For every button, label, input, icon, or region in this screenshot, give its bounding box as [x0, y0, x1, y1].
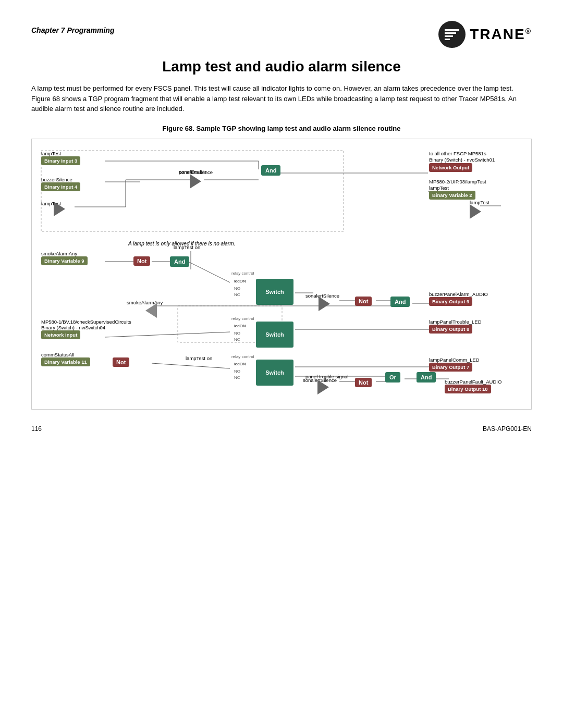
label-lamptest-top: lampTest [41, 151, 61, 156]
label-lampcomm: lampPanelComm_LED [429, 357, 480, 363]
label-smokealarmany2: smokeAlarmAny [127, 300, 163, 305]
page-header: Chapter 7 Programming TRANE® [31, 21, 532, 48]
triangle-lamptest-mid [54, 202, 65, 216]
svg-rect-0 [41, 151, 344, 231]
svg-line-15 [188, 262, 230, 282]
trane-logo-circle [438, 21, 466, 48]
triangle-panelenable [190, 174, 201, 189]
svg-line-21 [105, 332, 230, 337]
label-commstatusall: commStatusAll [41, 352, 74, 357]
label-no-3: NO [234, 369, 240, 374]
chapter-title: Chapter 7 Programming [31, 26, 114, 34]
trane-brand: TRANE® [470, 26, 532, 43]
doc-id: BAS-APG001-EN [483, 425, 532, 433]
label-smokealarmany: smokeAlarmAny [41, 251, 77, 256]
node-and2: And [170, 256, 189, 267]
node-not-sonalert: Not [355, 378, 372, 387]
node-binary-variable-9: Binary Variable 9 [41, 256, 88, 265]
node-and4: And [417, 372, 436, 382]
label-no-1: NO [234, 286, 240, 291]
label-mp580-check: MP580-1/BV.18/checkSupervisedCircuits [41, 319, 131, 325]
node-or1: Or [385, 372, 400, 382]
label-no-2: NO [234, 331, 240, 336]
node-binary-output-8: Binary Output 8 [429, 325, 472, 334]
body-text: A lamp test must be performed for every … [31, 83, 532, 114]
label-relay-control-3: relay control [231, 354, 254, 359]
label-panelenable: panelEnable [179, 169, 206, 175]
node-switch2: Switch [256, 322, 293, 348]
page-title: Lamp test and audio alarm silence [31, 58, 532, 75]
label-ledon-3: ledON [234, 362, 246, 366]
node-switch3: Switch [256, 360, 293, 386]
figure-caption: Figure 68. Sample TGP showing lamp test … [31, 125, 532, 132]
label-binary-switch04: Binary (Switch) - nviSwitch04 [41, 325, 105, 330]
triangle-sonalertsilence-bot [317, 380, 329, 394]
node-and1: And [261, 165, 280, 176]
node-binary-output-10: Binary Output 10 [445, 385, 491, 393]
label-buzzersilence: buzzerSilence [41, 177, 72, 182]
node-binary-input-3: Binary Input 3 [41, 156, 80, 165]
label-ledon-2: ledON [234, 324, 246, 328]
node-and3: And [390, 297, 410, 307]
label-mp580-lamp: MP580-2/UIP.03/lampTest [429, 179, 486, 184]
node-not1: Not [133, 256, 150, 266]
node-binary-variable-11: Binary Variable 11 [41, 357, 90, 366]
label-buzzerpanelalarm: buzzerPanelAlarm_AUDIO [429, 291, 488, 297]
triangle-lamptest-right [470, 204, 481, 219]
label-lamptest-on2: lampTest on [186, 355, 212, 361]
label-nc-3: NC [234, 375, 240, 380]
label-lamptest-on1: lampTest on [174, 244, 200, 250]
page-footer: 116 BAS-APG001-EN [31, 425, 532, 433]
label-nc-1: NC [234, 292, 240, 297]
node-not3-comm: Not [113, 357, 129, 367]
node-binary-variable-2: Binary Variable 2 [429, 191, 475, 200]
triangle-smokealarmany [145, 303, 157, 318]
node-binary-output-7: Binary Output 7 [429, 363, 472, 372]
node-binary-output-9: Binary Output 9 [429, 297, 472, 306]
label-ledon-1: ledON [234, 279, 246, 283]
label-buzzerpanelfault: buzzerPanelFault_AUDIO [445, 379, 501, 385]
trane-logo: TRANE® [438, 21, 532, 48]
label-relay-control-1: relay control [231, 271, 254, 276]
label-lamptest-bv: lampTest [429, 185, 449, 191]
triangle-sonalertsilence-mid [319, 297, 330, 311]
node-not2: Not [355, 297, 372, 306]
page-number: 116 [31, 425, 42, 433]
tgp-diagram: lampTest Binary Input 3 buzzerSilence Bi… [31, 139, 532, 410]
label-nc-2: NC [234, 337, 240, 342]
label-lamptroubled: lampPanelTrouble_LED [429, 319, 482, 325]
label-binary-switch: Binary (Switch) - nvoSwitch01 [429, 157, 495, 163]
label-to-all: to all other FSCP MP581s [429, 151, 486, 156]
node-binary-input-4: Binary Input 4 [41, 182, 80, 191]
node-network-output: Network Output [429, 163, 472, 172]
svg-line-22 [152, 363, 230, 368]
node-switch1: Switch [256, 279, 293, 305]
label-relay-control-2: relay control [231, 316, 254, 321]
node-network-input: Network Input [41, 330, 80, 339]
